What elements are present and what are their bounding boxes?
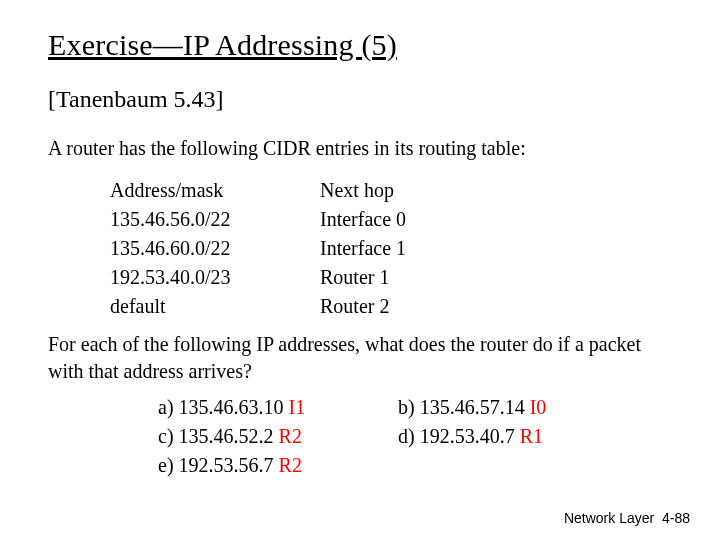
option-label: a) 135.46.63.10 (158, 396, 284, 418)
footer-section: Network Layer (564, 510, 654, 526)
table-row: 192.53.40.0/23 Router 1 (110, 263, 672, 292)
cell-address: default (110, 292, 320, 321)
table-header-row: Address/mask Next hop (110, 176, 672, 205)
option-a: a) 135.46.63.10 I1 (158, 393, 398, 422)
header-address: Address/mask (110, 176, 320, 205)
cell-nexthop: Router 2 (320, 292, 500, 321)
option-e: e) 192.53.56.7 R2 (158, 451, 398, 480)
question-text: For each of the following IP addresses, … (48, 331, 672, 385)
slide: Exercise—IP Addressing (5) [Tanenbaum 5.… (0, 0, 720, 540)
table-row: 135.46.60.0/22 Interface 1 (110, 234, 672, 263)
cell-nexthop: Interface 1 (320, 234, 500, 263)
option-answer: R2 (279, 425, 302, 447)
option-answer: I0 (530, 396, 547, 418)
footer-page: 4-88 (662, 510, 690, 526)
prompt-text: A router has the following CIDR entries … (48, 135, 672, 162)
option-label: c) 135.46.52.2 (158, 425, 274, 447)
table-row: 135.46.56.0/22 Interface 0 (110, 205, 672, 234)
cell-address: 135.46.60.0/22 (110, 234, 320, 263)
option-d: d) 192.53.40.7 R1 (398, 422, 638, 451)
option-label: b) 135.46.57.14 (398, 396, 525, 418)
cell-nexthop: Router 1 (320, 263, 500, 292)
subtitle: [Tanenbaum 5.43] (48, 86, 672, 113)
cell-nexthop: Interface 0 (320, 205, 500, 234)
page-title: Exercise—IP Addressing (5) (48, 28, 672, 62)
option-answer: R2 (279, 454, 302, 476)
cell-address: 192.53.40.0/23 (110, 263, 320, 292)
option-label: d) 192.53.40.7 (398, 425, 515, 447)
option-b: b) 135.46.57.14 I0 (398, 393, 638, 422)
option-c: c) 135.46.52.2 R2 (158, 422, 398, 451)
option-answer: I1 (289, 396, 306, 418)
option-label: e) 192.53.56.7 (158, 454, 274, 476)
options-block: a) 135.46.63.10 I1 b) 135.46.57.14 I0 c)… (158, 393, 672, 480)
option-row: e) 192.53.56.7 R2 (158, 451, 672, 480)
table-row: default Router 2 (110, 292, 672, 321)
option-answer: R1 (520, 425, 543, 447)
footer: Network Layer 4-88 (564, 510, 690, 526)
routing-table: Address/mask Next hop 135.46.56.0/22 Int… (110, 176, 672, 321)
cell-address: 135.46.56.0/22 (110, 205, 320, 234)
option-row: a) 135.46.63.10 I1 b) 135.46.57.14 I0 (158, 393, 672, 422)
option-row: c) 135.46.52.2 R2 d) 192.53.40.7 R1 (158, 422, 672, 451)
header-nexthop: Next hop (320, 176, 500, 205)
